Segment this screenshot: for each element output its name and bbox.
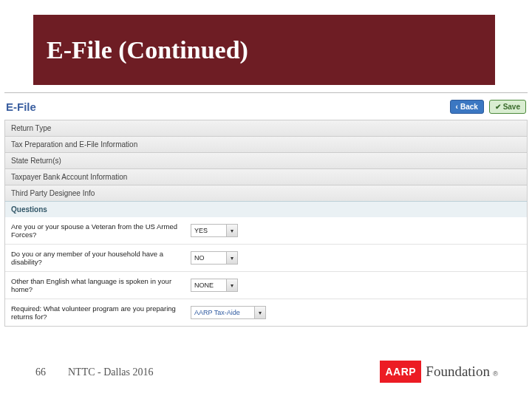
question-select-language[interactable]: NONE ▾	[191, 279, 238, 292]
chevron-down-icon: ▾	[226, 224, 238, 237]
back-button[interactable]: ‹ Back	[450, 100, 484, 114]
back-button-label: Back	[460, 103, 478, 111]
registered-icon: ®	[493, 370, 498, 378]
chevron-left-icon: ‹	[456, 103, 458, 111]
question-label: Required: What volunteer program are you…	[11, 304, 185, 321]
section-return-type[interactable]: Return Type	[4, 120, 528, 136]
app-header-row: E-File ‹ Back ✔ Save	[4, 98, 528, 120]
select-value: YES	[191, 224, 226, 237]
foundation-word: Foundation	[426, 364, 490, 379]
section-third-party-designee[interactable]: Third Party Designee Info	[4, 185, 528, 201]
check-icon: ✔	[495, 103, 501, 111]
page-number: 66	[35, 366, 46, 378]
efile-app-screenshot: E-File ‹ Back ✔ Save Return Type Tax Pre…	[4, 92, 528, 327]
questions-block: Are you or your spouse a Veteran from th…	[4, 217, 528, 327]
footer-note: NTTC - Dallas 2016	[68, 366, 153, 378]
question-label: Do you or any member of your household h…	[11, 250, 185, 266]
select-value: NO	[191, 251, 226, 265]
question-select-veteran[interactable]: YES ▾	[191, 224, 238, 237]
question-select-volunteer-program[interactable]: AARP Tax-Aide ▾	[191, 306, 266, 319]
chevron-down-icon: ▾	[254, 306, 266, 319]
slide-title-bar: E-File (Continued)	[33, 15, 495, 85]
select-value: NONE	[191, 279, 226, 292]
section-questions[interactable]: Questions	[4, 201, 528, 217]
question-row: Other than English what language is spok…	[5, 272, 527, 299]
save-button[interactable]: ✔ Save	[489, 100, 526, 114]
chevron-down-icon: ▾	[226, 279, 238, 292]
select-value: AARP Tax-Aide	[191, 306, 254, 319]
question-row: Do you or any member of your household h…	[5, 245, 527, 272]
save-button-label: Save	[503, 103, 520, 111]
section-tax-prep-efile-info[interactable]: Tax Preparation and E-File Information	[4, 136, 528, 152]
question-select-disability[interactable]: NO ▾	[191, 251, 238, 265]
divider	[4, 92, 528, 93]
action-buttons: ‹ Back ✔ Save	[447, 100, 526, 114]
aarp-foundation-logo: AARP Foundation ®	[380, 361, 498, 383]
question-label: Are you or your spouse a Veteran from th…	[11, 222, 185, 239]
section-bank-account-info[interactable]: Taxpayer Bank Account Information	[4, 168, 528, 185]
question-label: Other than English what language is spok…	[11, 277, 185, 293]
aarp-logo-box: AARP	[380, 361, 421, 383]
slide-title: E-File (Continued)	[47, 36, 248, 64]
foundation-word-wrap: Foundation ®	[426, 364, 498, 380]
section-state-returns[interactable]: State Return(s)	[4, 152, 528, 168]
question-row: Are you or your spouse a Veteran from th…	[5, 217, 527, 245]
chevron-down-icon: ▾	[226, 251, 238, 265]
app-page-title: E-File	[6, 100, 36, 113]
question-row: Required: What volunteer program are you…	[5, 299, 527, 326]
